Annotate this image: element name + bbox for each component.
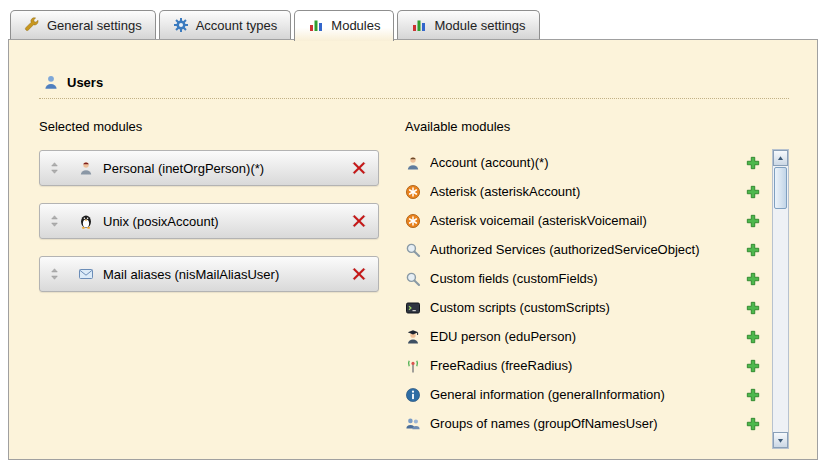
module-label: EDU person (eduPerson) bbox=[430, 329, 738, 344]
tab-label: Account types bbox=[196, 18, 278, 33]
tab-module-settings[interactable]: Module settings bbox=[397, 10, 539, 39]
scroll-down-icon bbox=[776, 436, 785, 445]
script-icon bbox=[405, 300, 421, 316]
add-icon[interactable] bbox=[746, 243, 760, 257]
module-label: Personal (inetOrgPerson)(*) bbox=[103, 161, 352, 176]
add-icon[interactable] bbox=[746, 330, 760, 344]
add-icon[interactable] bbox=[746, 272, 760, 286]
asterisk-icon bbox=[405, 213, 421, 229]
edu-icon bbox=[405, 329, 421, 345]
add-icon[interactable] bbox=[746, 417, 760, 431]
penguin-icon bbox=[78, 213, 94, 229]
drag-handle-icon[interactable] bbox=[48, 161, 61, 175]
magnifier-icon bbox=[405, 271, 421, 287]
mail-icon bbox=[78, 266, 94, 282]
available-module-row: Custom scripts (customScripts) bbox=[405, 293, 764, 322]
tab-label: General settings bbox=[47, 18, 142, 33]
tab-general-settings[interactable]: General settings bbox=[10, 10, 156, 39]
scrollbar-track[interactable] bbox=[773, 166, 788, 432]
add-icon[interactable] bbox=[746, 388, 760, 402]
tab-label: Module settings bbox=[434, 18, 525, 33]
drag-handle-icon[interactable] bbox=[48, 267, 61, 281]
drag-handle-icon[interactable] bbox=[48, 214, 61, 228]
module-label: Asterisk (asteriskAccount) bbox=[430, 184, 738, 199]
available-module-row: Custom fields (customFields) bbox=[405, 264, 764, 293]
lam-configuration-page: General settings Account types Modules M… bbox=[0, 0, 826, 460]
delete-icon[interactable] bbox=[352, 267, 366, 281]
selected-modules-column: Selected modules Personal (inetOrgPerson… bbox=[39, 119, 379, 449]
tab-modules[interactable]: Modules bbox=[294, 10, 394, 41]
tab-bar: General settings Account types Modules M… bbox=[0, 0, 826, 40]
scrollbar[interactable] bbox=[772, 149, 789, 449]
available-module-row: EDU person (eduPerson) bbox=[405, 322, 764, 351]
section-header: Users bbox=[39, 74, 789, 99]
selected-module-row: Unix (posixAccount) bbox=[39, 203, 379, 239]
available-module-row: Account (account)(*) bbox=[405, 148, 764, 177]
module-label: Mail aliases (nisMailAliasUser) bbox=[103, 267, 352, 282]
info-icon bbox=[405, 387, 421, 403]
module-label: General information (generalInformation) bbox=[430, 387, 738, 402]
tab-label: Modules bbox=[331, 18, 380, 33]
delete-icon[interactable] bbox=[352, 214, 366, 228]
module-label: Custom scripts (customScripts) bbox=[430, 300, 738, 315]
add-icon[interactable] bbox=[746, 156, 760, 170]
add-icon[interactable] bbox=[746, 359, 760, 373]
available-modules-area: Available modules Account (account)(*) A… bbox=[405, 119, 789, 449]
available-module-row: Groups of names (groupOfNamesUser) bbox=[405, 409, 764, 438]
person-red-icon bbox=[78, 160, 94, 176]
add-icon[interactable] bbox=[746, 214, 760, 228]
module-label: Asterisk voicemail (asteriskVoicemail) bbox=[430, 213, 738, 228]
available-module-row: General information (generalInformation) bbox=[405, 380, 764, 409]
module-label: Account (account)(*) bbox=[430, 155, 738, 170]
person-icon bbox=[405, 155, 421, 171]
available-module-row: FreeRadius (freeRadius) bbox=[405, 351, 764, 380]
scroll-up-button[interactable] bbox=[773, 150, 788, 166]
selected-module-row: Mail aliases (nisMailAliasUser) bbox=[39, 256, 379, 292]
scroll-up-icon bbox=[776, 154, 785, 163]
available-modules-heading: Available modules bbox=[405, 119, 764, 134]
scrollbar-thumb[interactable] bbox=[774, 167, 787, 209]
chart-settings-icon bbox=[411, 17, 427, 33]
user-icon bbox=[43, 74, 59, 90]
add-icon[interactable] bbox=[746, 301, 760, 315]
available-modules-column: Available modules Account (account)(*) A… bbox=[405, 119, 764, 449]
selected-modules-list: Personal (inetOrgPerson)(*) Unix (posixA… bbox=[39, 150, 379, 292]
tools-icon bbox=[24, 17, 40, 33]
magnifier-icon bbox=[405, 242, 421, 258]
module-label: FreeRadius (freeRadius) bbox=[430, 358, 738, 373]
chart-icon bbox=[308, 17, 324, 33]
module-label: Custom fields (customFields) bbox=[430, 271, 738, 286]
gear-icon bbox=[173, 17, 189, 33]
selected-module-row: Personal (inetOrgPerson)(*) bbox=[39, 150, 379, 186]
available-module-row: Asterisk (asteriskAccount) bbox=[405, 177, 764, 206]
available-modules-list: Account (account)(*) Asterisk (asteriskA… bbox=[405, 148, 764, 438]
selected-modules-heading: Selected modules bbox=[39, 119, 379, 134]
modules-columns: Selected modules Personal (inetOrgPerson… bbox=[39, 119, 789, 449]
available-module-row: Asterisk voicemail (asteriskVoicemail) bbox=[405, 206, 764, 235]
content-panel: Users Selected modules Personal (inetOrg… bbox=[8, 39, 818, 460]
section-title: Users bbox=[67, 75, 103, 90]
delete-icon[interactable] bbox=[352, 161, 366, 175]
radius-icon bbox=[405, 358, 421, 374]
available-module-row: Authorized Services (authorizedServiceOb… bbox=[405, 235, 764, 264]
asterisk-icon bbox=[405, 184, 421, 200]
scroll-down-button[interactable] bbox=[773, 432, 788, 448]
module-label: Authorized Services (authorizedServiceOb… bbox=[430, 242, 738, 257]
module-label: Groups of names (groupOfNamesUser) bbox=[430, 416, 738, 431]
add-icon[interactable] bbox=[746, 185, 760, 199]
module-label: Unix (posixAccount) bbox=[103, 214, 352, 229]
tab-account-types[interactable]: Account types bbox=[159, 10, 292, 39]
group-icon bbox=[405, 416, 421, 432]
